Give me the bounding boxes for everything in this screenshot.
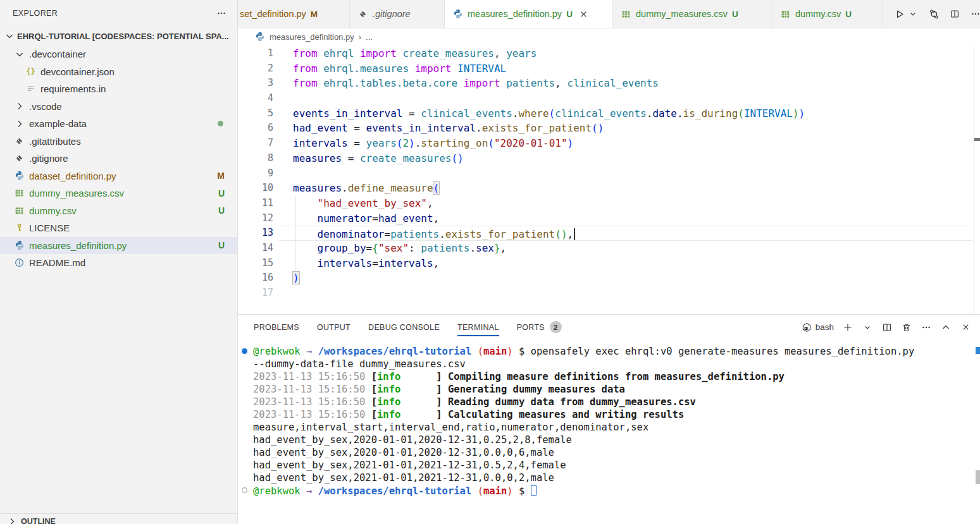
trash-icon[interactable]: [901, 322, 912, 333]
close-icon[interactable]: [960, 322, 971, 333]
more-icon[interactable]: [970, 8, 980, 20]
outline-title: OUTLINE: [21, 517, 56, 524]
line-number: 9: [238, 166, 273, 181]
shell-selector[interactable]: bash: [802, 322, 834, 332]
line-number: 10: [238, 181, 273, 196]
tree-item-gitignore[interactable]: .gitignore: [0, 150, 237, 168]
code-line[interactable]: 8measures = create_measures(): [238, 151, 972, 166]
code-editor[interactable]: 1from ehrql import create_measures, year…: [238, 45, 980, 314]
tree-item-readme-md[interactable]: README.md: [0, 254, 237, 272]
tree-item-label: .gitignore: [29, 153, 68, 164]
terminal-command-marker: [976, 347, 980, 354]
tree-item-example-data[interactable]: example-data: [0, 115, 237, 133]
tab-set-definition-py[interactable]: set_definition.pyM: [238, 0, 350, 28]
tab-dummy-csv[interactable]: dummy.csvU: [772, 0, 883, 28]
tab-dummy-measures-csv[interactable]: dummy_measures.csvU: [613, 0, 772, 28]
file-tree: .devcontainer{}devcontainer.jsonrequirem…: [0, 46, 237, 272]
split-editor-icon[interactable]: [881, 322, 893, 333]
tree-item-measures-definition-py[interactable]: measures_definition.pyU: [0, 237, 237, 255]
run-icon[interactable]: [893, 8, 905, 20]
code-line[interactable]: 6had_event = events_in_interval.exists_f…: [238, 121, 972, 136]
tree-item-devcontainer-json[interactable]: {}devcontainer.json: [0, 63, 237, 81]
command-decoration-outline-icon[interactable]: [242, 487, 247, 493]
code-line[interactable]: 4: [238, 91, 972, 106]
split-editor-icon[interactable]: [949, 8, 960, 20]
tab-measures-definition-py[interactable]: measures_definition.pyU: [445, 0, 613, 28]
code-line[interactable]: 15 intervals=intervals,: [238, 256, 972, 271]
chevron-right-icon: [14, 118, 25, 129]
chevron-right-icon: [14, 101, 25, 112]
line-number: 15: [238, 256, 273, 271]
code-line[interactable]: 5events_in_interval = clinical_events.wh…: [238, 106, 972, 121]
terminal-line: had_event_by_sex,2020-01-01,2020-12-31,0…: [238, 434, 980, 446]
project-root-row[interactable]: EHRQL-TUTORIAL [CODESPACES: POTENTIAL SP…: [0, 27, 237, 46]
tree-item-dummy-measures-csv[interactable]: dummy_measures.csvU: [0, 185, 237, 202]
plus-icon[interactable]: [842, 322, 853, 333]
panel-tab-ports[interactable]: PORTS2: [517, 315, 562, 339]
chevron-down-small-icon[interactable]: [907, 8, 919, 20]
indent-guide: [295, 256, 296, 271]
tree-item-dataset-definition-py[interactable]: dataset_definition.pyM: [0, 168, 237, 185]
terminal-line: --dummy-data-file dummy_measures.csv: [238, 358, 980, 370]
terminal-line: @rebkwok → /workspaces/ehrql-tutorial (m…: [238, 484, 980, 497]
terminal-line: 2023-11-13 15:16:50 [info ] Compiling me…: [238, 370, 980, 383]
tree-item-devcontainer[interactable]: .devcontainer: [0, 46, 237, 63]
line-number: 8: [238, 151, 273, 166]
tree-item-license[interactable]: LICENSE: [0, 219, 237, 237]
chevron-up-icon[interactable]: [940, 322, 952, 333]
more-icon[interactable]: [216, 8, 227, 19]
terminal-line: had_event_by_sex,2021-01-01,2021-12-31,0…: [238, 472, 980, 484]
project-title: EHRQL-TUTORIAL [CODESPACES: POTENTIAL SP…: [17, 32, 229, 41]
panel-tab-terminal[interactable]: TERMINAL: [457, 315, 499, 339]
git-status-badge: U: [218, 188, 225, 198]
info-icon: [14, 257, 25, 268]
tree-item-vscode[interactable]: .vscode: [0, 98, 237, 116]
code-line[interactable]: 7intervals = years(2).starting_on("2020-…: [238, 136, 972, 151]
code-line[interactable]: 1from ehrql import create_measures, year…: [238, 46, 972, 61]
editor-tab-bar: set_definition.pyM.gitignoremeasures_def…: [238, 0, 980, 28]
chevron-down-icon: [4, 31, 15, 42]
tab-label: measures_definition.py: [468, 9, 562, 19]
tree-item-gitattributes[interactable]: .gitattributes: [0, 133, 237, 150]
panel-tab-problems[interactable]: PROBLEMS: [254, 315, 299, 339]
terminal[interactable]: @rebkwok → /workspaces/ehrql-tutorial (m…: [238, 339, 980, 524]
code-line[interactable]: 17: [238, 286, 972, 301]
bottom-panel: PROBLEMSOUTPUTDEBUG CONSOLETERMINALPORTS…: [238, 314, 980, 524]
tab-gitignore[interactable]: .gitignore: [350, 0, 445, 28]
breadcrumb-separator: ›: [359, 32, 361, 42]
tree-item-requirements-in[interactable]: requirements.in: [0, 80, 237, 98]
indent-guide: [295, 226, 296, 241]
tabs: set_definition.pyM.gitignoremeasures_def…: [238, 0, 883, 28]
code-line[interactable]: 11 "had_event_by_sex",: [238, 196, 972, 211]
code-line[interactable]: 3from ehrql.tables.beta.core import pati…: [238, 76, 972, 91]
code-line[interactable]: 10measures.define_measure(: [238, 181, 972, 196]
code-line[interactable]: 13 denominator=patients.exists_for_patie…: [238, 226, 972, 241]
code-line[interactable]: 14 group_by={"sex": patients.sex},: [238, 241, 972, 256]
vscode-window: EXPLORER EHRQL-TUTORIAL [CODESPACES: POT…: [0, 0, 980, 524]
close-icon[interactable]: [578, 8, 590, 20]
tab-label: set_definition.py: [240, 9, 306, 19]
panel-tab-label: PROBLEMS: [254, 323, 299, 332]
terminal-icon: [802, 322, 812, 332]
panel-tab-output[interactable]: OUTPUT: [317, 315, 350, 339]
outline-section-header[interactable]: OUTLINE: [0, 513, 237, 524]
terminal-line: measure,interval_start,interval_end,rati…: [238, 421, 980, 434]
breadcrumb[interactable]: measures_definition.py › ...: [238, 28, 980, 45]
command-decoration-icon[interactable]: [242, 348, 247, 354]
code-line[interactable]: 2from ehrql.measures import INTERVAL: [238, 61, 972, 76]
chevron-down-small-icon[interactable]: [862, 322, 873, 333]
tree-item-dummy-csv[interactable]: dummy.csvU: [0, 202, 237, 220]
breadcrumb-more[interactable]: ...: [366, 32, 373, 42]
panel-tab-debug-console[interactable]: DEBUG CONSOLE: [368, 315, 440, 339]
code-line[interactable]: 16): [238, 271, 972, 286]
explorer-sidebar: EXPLORER EHRQL-TUTORIAL [CODESPACES: POT…: [0, 0, 238, 524]
more-icon[interactable]: [921, 322, 932, 333]
panel-actions: bash: [802, 322, 971, 333]
code-line[interactable]: 12 numerator=had_event,: [238, 211, 972, 226]
editor-scrollbar[interactable]: [974, 45, 974, 314]
terminal-line: had_event_by_sex,2021-01-01,2021-12-31,0…: [238, 459, 980, 472]
terminal-scrollbar-thumb[interactable]: [976, 470, 980, 484]
compare-changes-icon[interactable]: [928, 8, 940, 20]
terminal-line: 2023-11-13 15:16:50 [info ] Generating d…: [238, 383, 980, 396]
code-line[interactable]: 9: [238, 166, 972, 181]
